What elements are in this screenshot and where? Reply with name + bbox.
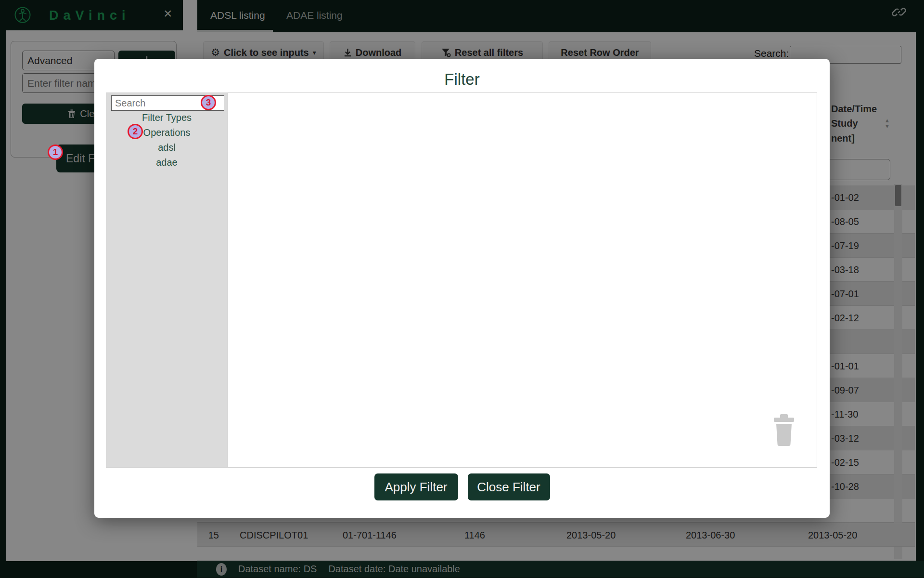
filter-modal: Filter Filter TypesOperationsadsladae Ap… bbox=[94, 59, 830, 518]
filter-tree-panel: Filter TypesOperationsadsladae bbox=[106, 93, 228, 467]
modal-title: Filter bbox=[94, 70, 830, 89]
close-filter-button[interactable]: Close Filter bbox=[468, 473, 550, 500]
app-root: DaVinci × Advanced Clear cu Edit F bbox=[0, 0, 924, 578]
filter-tree-item-filter-types[interactable]: Filter Types bbox=[106, 110, 227, 125]
trash-drop-icon[interactable] bbox=[772, 413, 796, 447]
filter-tree-item-operations[interactable]: Operations bbox=[106, 125, 227, 140]
modal-content-box: Filter TypesOperationsadsladae bbox=[106, 92, 817, 468]
apply-filter-button[interactable]: Apply Filter bbox=[374, 473, 458, 500]
annotation-badge-1: 1 bbox=[48, 144, 63, 160]
annotation-badge-3: 3 bbox=[201, 95, 216, 110]
modal-button-row: Apply Filter Close Filter bbox=[94, 473, 830, 500]
filter-tree-item-adae[interactable]: adae bbox=[106, 155, 227, 170]
filter-tree-item-adsl[interactable]: adsl bbox=[106, 140, 227, 155]
filter-tree-list: Filter TypesOperationsadsladae bbox=[106, 110, 227, 170]
annotation-badge-2: 2 bbox=[128, 124, 143, 139]
